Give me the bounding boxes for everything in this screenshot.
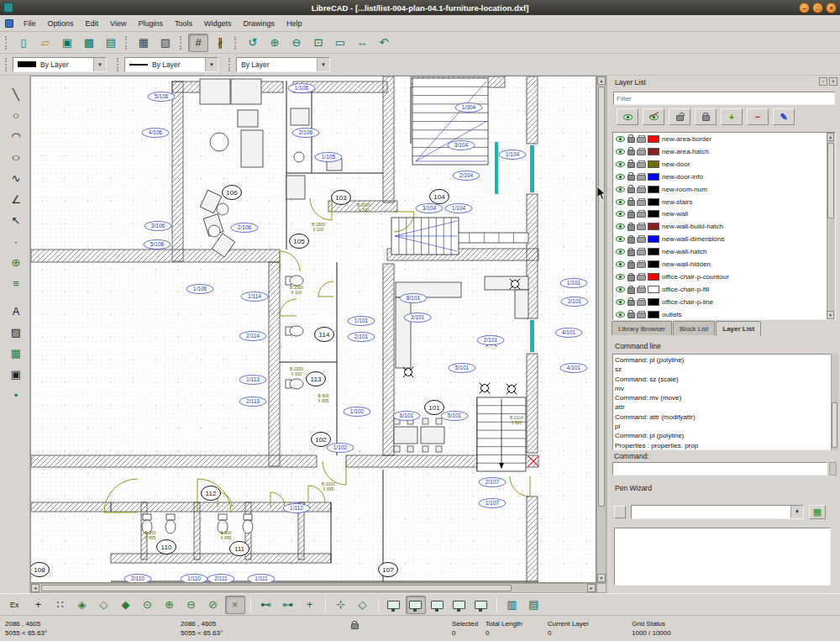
point-tool-icon[interactable]: · <box>5 231 27 251</box>
isometric-grid-icon[interactable]: ∦ <box>210 34 230 52</box>
layer-row[interactable]: outlets <box>613 308 835 320</box>
layer-lock-icon[interactable] <box>627 197 634 206</box>
export-icon[interactable]: ▤ <box>101 34 121 52</box>
menu-drawings[interactable]: Drawings <box>237 18 281 29</box>
layer-lock-icon[interactable] <box>627 297 634 306</box>
layer-print-icon[interactable] <box>637 298 645 306</box>
zoom-pan-icon[interactable]: ↔ <box>352 34 372 52</box>
dock-close-icon[interactable]: × <box>829 77 837 86</box>
new-file-icon[interactable]: ▯ <box>13 34 34 52</box>
layer-lock-icon[interactable] <box>627 210 634 218</box>
layer-lock-icon[interactable] <box>627 185 634 193</box>
chevron-down-icon[interactable]: ▼ <box>790 506 803 518</box>
layer-lock-icon[interactable] <box>627 223 634 231</box>
pen-wizard-grid-icon[interactable]: ▦ <box>809 505 826 519</box>
layer-row[interactable]: office-chair-p-countour <box>613 271 835 283</box>
layer-list-scrollbar[interactable]: ▲ ▼ <box>827 133 835 319</box>
layer-print-icon[interactable] <box>637 135 645 143</box>
layer-print-icon[interactable] <box>637 286 645 293</box>
open-file-icon[interactable]: ▱ <box>35 34 55 52</box>
pen-wizard-combo[interactable]: ▼ <box>631 505 804 519</box>
layer-lock-icon[interactable] <box>627 172 634 181</box>
layer-lock-icon[interactable] <box>627 273 634 281</box>
zoom-out-icon[interactable]: ⊖ <box>286 34 307 52</box>
scroll-thumb[interactable] <box>827 143 834 218</box>
minimize-button[interactable]: – <box>799 3 810 13</box>
command-history-scrollbar[interactable] <box>831 354 838 450</box>
unlock-all-layers-button[interactable] <box>669 108 690 125</box>
remove-layer-button[interactable]: − <box>747 108 769 125</box>
view-3-icon[interactable] <box>428 596 448 614</box>
layer-row[interactable]: new-room-num <box>613 183 835 196</box>
restrict-nothing-icon[interactable]: + <box>300 596 320 614</box>
image-tool-icon[interactable]: ▦ <box>5 343 27 363</box>
layer-print-icon[interactable] <box>637 186 645 193</box>
snap-on-entity-icon[interactable]: ⊙ <box>138 596 158 614</box>
scroll-thumb[interactable] <box>598 87 605 507</box>
layer-visibility-icon[interactable] <box>616 299 625 305</box>
pen-wizard-list[interactable] <box>614 528 831 586</box>
title-bar[interactable]: LibreCAD - [...list/list-004-plan-04.1-f… <box>0 0 840 15</box>
layer-visibility-icon[interactable] <box>616 161 625 167</box>
hatch-tool-icon[interactable]: ▨ <box>5 322 27 342</box>
menu-file[interactable]: File <box>18 18 42 29</box>
add-layer-button[interactable]: + <box>721 108 743 125</box>
layer-row[interactable]: new-area-border <box>613 133 835 145</box>
zoom-redraw-icon[interactable]: ↺ <box>243 34 263 52</box>
grid-icon[interactable]: # <box>188 34 208 52</box>
text-tool-icon[interactable]: A <box>5 301 27 321</box>
layer-visibility-icon[interactable] <box>616 136 625 142</box>
scroll-down-icon[interactable]: ▼ <box>827 311 834 319</box>
edit-layer-button[interactable]: ✎ <box>773 108 795 125</box>
layer-visibility-icon[interactable] <box>616 199 625 205</box>
drawing-canvas[interactable]: B 1900II 100B 2000II 100B 2000II 100B 20… <box>30 76 596 583</box>
freeze-all-layers-button[interactable] <box>643 108 664 125</box>
layer-row[interactable]: new-door <box>613 158 835 171</box>
layer-print-icon[interactable] <box>637 148 645 155</box>
layer-print-icon[interactable] <box>637 311 645 318</box>
layer-row[interactable]: new-area-hatch <box>613 145 835 158</box>
snap-middle-icon[interactable]: ⊖ <box>181 596 202 614</box>
layer-print-icon[interactable] <box>637 260 645 268</box>
view-2-icon[interactable] <box>406 596 426 614</box>
crosshair-icon[interactable]: + <box>29 596 49 614</box>
command-history[interactable]: Command: pl (polyline)szCommand: sz (sca… <box>612 354 836 450</box>
layer-visibility-icon[interactable] <box>616 249 625 255</box>
pen-width-combo[interactable]: By Layer ▼ <box>124 57 218 72</box>
add-workspace-icon[interactable]: ▤ <box>524 596 544 614</box>
tab-library-browser[interactable]: Library Browser <box>612 321 672 335</box>
layer-row[interactable]: office-chair-p-fill <box>613 283 835 296</box>
scroll-right-icon[interactable]: ► <box>587 584 596 592</box>
lock-all-layers-button[interactable] <box>695 108 717 125</box>
snap-distance-icon[interactable]: ⊘ <box>203 596 223 614</box>
layer-visibility-icon[interactable] <box>616 274 625 280</box>
snap-grid-icon[interactable]: ◇ <box>94 596 114 614</box>
command-input-scroll[interactable] <box>829 462 837 475</box>
layer-print-icon[interactable] <box>637 198 645 206</box>
layer-print-icon[interactable] <box>637 248 645 255</box>
scroll-down-icon[interactable]: ▼ <box>597 574 606 582</box>
scroll-thumb[interactable] <box>832 402 837 448</box>
layer-print-icon[interactable] <box>637 160 645 168</box>
layer-lock-icon[interactable] <box>627 248 634 256</box>
restrict-vertical-icon[interactable]: ⊶ <box>278 596 298 614</box>
layer-print-icon[interactable] <box>637 210 645 218</box>
layer-visibility-icon[interactable] <box>616 174 625 180</box>
close-button[interactable]: × <box>826 3 837 13</box>
layer-visibility-icon[interactable] <box>616 286 625 292</box>
lock-relative-zero-icon[interactable]: ◇ <box>353 596 373 614</box>
layer-row[interactable]: office-chair-p-line <box>613 296 835 308</box>
snap-endpoint-icon[interactable]: ◆ <box>116 596 136 614</box>
tab-block-list[interactable]: Block List <box>673 321 715 335</box>
layer-filter-input[interactable] <box>613 92 835 105</box>
layer-row[interactable]: new-door-info <box>613 171 835 183</box>
menu-help[interactable]: Help <box>281 18 308 29</box>
layer-print-icon[interactable] <box>637 273 645 281</box>
canvas-vertical-scrollbar[interactable]: ▲ ▼ <box>596 76 606 583</box>
line-tool-icon[interactable]: ╲ <box>5 84 27 104</box>
parallel-lines-icon[interactable]: ≡ <box>5 273 27 293</box>
zoom-in-icon[interactable]: ⊕ <box>265 34 285 52</box>
polyline-tool-icon[interactable]: ∠ <box>5 189 27 209</box>
layer-visibility-icon[interactable] <box>616 236 625 242</box>
layer-visibility-icon[interactable] <box>616 187 625 192</box>
